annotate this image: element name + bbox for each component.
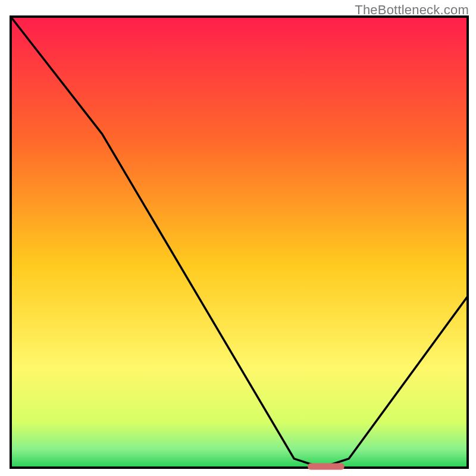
bottleneck-chart: TheBottleneck.com (0, 0, 476, 476)
chart-canvas (0, 0, 476, 476)
watermark-text: TheBottleneck.com (355, 2, 469, 18)
plot-background (11, 17, 468, 468)
optimal-marker (308, 464, 344, 470)
